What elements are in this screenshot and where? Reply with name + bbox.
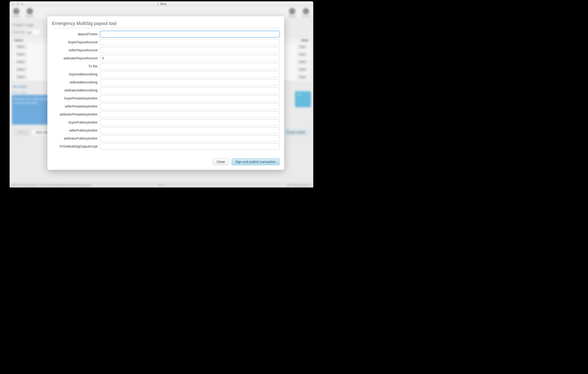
sellerprivatekeyashex-label: sellerPrivateKeyAsHex:: [52, 105, 100, 108]
arbitratoraddressstring-input[interactable]: [100, 87, 280, 93]
p2shmultisigoutputscript-input[interactable]: [100, 143, 280, 150]
th-select: Select: [14, 39, 23, 42]
nav-settings[interactable]: ettings: [288, 8, 296, 18]
select-button[interactable]: Select: [14, 52, 27, 57]
nav-account[interactable]: Account: [301, 8, 311, 18]
buyerpayoutamount-label: buyerPayoutAmount:: [52, 40, 100, 44]
sellerpubkeyashex-input[interactable]: [100, 127, 280, 134]
sellerpubkeyashex-label: sellerPubKeyAsHex:: [52, 129, 100, 132]
status-btc-peers: Bitcoin network peers: 1 / synchronized …: [12, 184, 91, 187]
traffic-lights: [10, 2, 24, 5]
select-button[interactable]: Select: [14, 67, 27, 72]
form-row: depositTxHex:: [52, 31, 280, 37]
status-bar: Bitcoin network peers: 1 / synchronized …: [10, 182, 313, 187]
buyerpubkeyashex-input[interactable]: [100, 119, 280, 126]
form-row: arbitratorAddressString:: [52, 87, 280, 93]
maximize-window-icon[interactable]: [21, 2, 24, 5]
p2shmultisigoutputscript-label: P2SHMultiSigOutputScript:: [52, 145, 100, 148]
arbitratorpayoutamount-label: arbitratorPayoutAmount:: [52, 56, 100, 60]
state-button[interactable]: Open: [297, 75, 308, 79]
txfee-input[interactable]: [100, 63, 280, 69]
deposittxhex-input[interactable]: [100, 31, 280, 37]
message-bubble-right: eir a: [295, 91, 311, 107]
dialog-buttons: Close Sign and publish transaction: [52, 158, 280, 165]
buyerpayoutamount-input[interactable]: [100, 39, 280, 45]
buyeraddressstring-label: buyerAddressString:: [52, 72, 100, 76]
state-button[interactable]: Open: [297, 44, 308, 49]
globe-icon: [13, 8, 20, 14]
form-row: P2SHMultiSigOutputScript:: [52, 143, 280, 150]
nav-buy[interactable]: Buy BT: [26, 8, 34, 18]
arbitratorprivatekeyashex-input[interactable]: [100, 111, 280, 118]
sellerpayoutamount-input[interactable]: [100, 47, 280, 53]
sellerpayoutamount-label: sellerPayoutAmount:: [52, 48, 100, 52]
minimize-window-icon[interactable]: [17, 2, 19, 5]
window-title: Bisq: [157, 2, 166, 5]
form-row: Tx fee:: [52, 63, 280, 69]
select-button[interactable]: Select: [14, 44, 27, 49]
nav-market[interactable]: Market: [12, 8, 20, 18]
select-button[interactable]: Select: [14, 60, 27, 64]
selleraddressstring-label: sellerAddressString:: [52, 80, 100, 84]
form-row: sellerPayoutAmount:: [52, 47, 280, 53]
arbitratorpubkeyashex-label: arbitratorPubKeyAsHex:: [52, 137, 100, 140]
status-p2p-peers: P2P network peers: 9: [287, 184, 311, 187]
dialog-title: Emergency MultiSig payout tool: [52, 21, 280, 28]
deposittxhex-label: depositTxHex:: [52, 32, 100, 36]
form-row: sellerPubKeyAsHex:: [52, 127, 280, 134]
buyerpubkeyashex-label: buyerPubKeyAsHex:: [52, 121, 100, 124]
form-row: arbitratorPrivateKeyAsHex:: [52, 111, 280, 118]
form-row: buyerAddressString:: [52, 71, 280, 77]
state-button[interactable]: Open: [297, 67, 308, 72]
buyeraddressstring-input[interactable]: [100, 71, 280, 77]
form-row: buyerPayoutAmount:: [52, 39, 280, 45]
form-row: sellerAddressString:: [52, 79, 280, 86]
form-row: arbitratorPubKeyAsHex:: [52, 135, 280, 142]
selleraddressstring-input[interactable]: [100, 79, 280, 86]
th-state: State: [301, 39, 308, 42]
payout-tool-dialog: Emergency MultiSig payout tool depositTx…: [47, 16, 284, 170]
person-icon: [303, 8, 309, 14]
arbitratoraddressstring-label: arbitratorAddressString:: [52, 88, 100, 92]
filter-input[interactable]: [27, 30, 40, 35]
send-button[interactable]: Send: [14, 129, 30, 136]
buy-icon: [27, 8, 33, 14]
txfee-label: Tx fee:: [52, 64, 100, 68]
state-button[interactable]: Open: [297, 52, 308, 57]
application-window: Bisq Market Buy BT ettings: [10, 1, 313, 187]
buyerprivatekeyashex-label: buyerPrivateKeyAsHex:: [52, 97, 100, 100]
arbitratorpayoutamount-input[interactable]: [100, 55, 280, 61]
titlebar: Bisq: [10, 1, 313, 6]
app-icon: [157, 2, 159, 5]
select-button[interactable]: Select: [14, 75, 27, 79]
filter-label: Filter list:: [13, 31, 25, 34]
arbitratorprivatekeyashex-label: arbitratorPrivateKeyAsHex:: [52, 112, 100, 116]
sellerprivatekeyashex-input[interactable]: [100, 103, 280, 110]
sign-publish-button[interactable]: Sign and publish transaction: [231, 158, 280, 165]
gear-icon: [289, 8, 295, 14]
close-button[interactable]: Close: [213, 158, 229, 165]
status-version: v0.6.7: [158, 184, 165, 187]
close-window-icon[interactable]: [12, 2, 15, 5]
form-row: arbitratorPayoutAmount:: [52, 55, 280, 61]
state-button[interactable]: Open: [297, 60, 308, 64]
form-row: buyerPrivateKeyAsHex:: [52, 95, 280, 101]
close-ticket-button[interactable]: Close ticket: [283, 129, 309, 136]
form-row: sellerPrivateKeyAsHex:: [52, 103, 280, 110]
window-title-text: Bisq: [160, 2, 166, 5]
form-row: buyerPubKeyAsHex:: [52, 119, 280, 126]
arbitratorpubkeyashex-input[interactable]: [100, 135, 280, 142]
buyerprivatekeyashex-input[interactable]: [100, 95, 280, 101]
